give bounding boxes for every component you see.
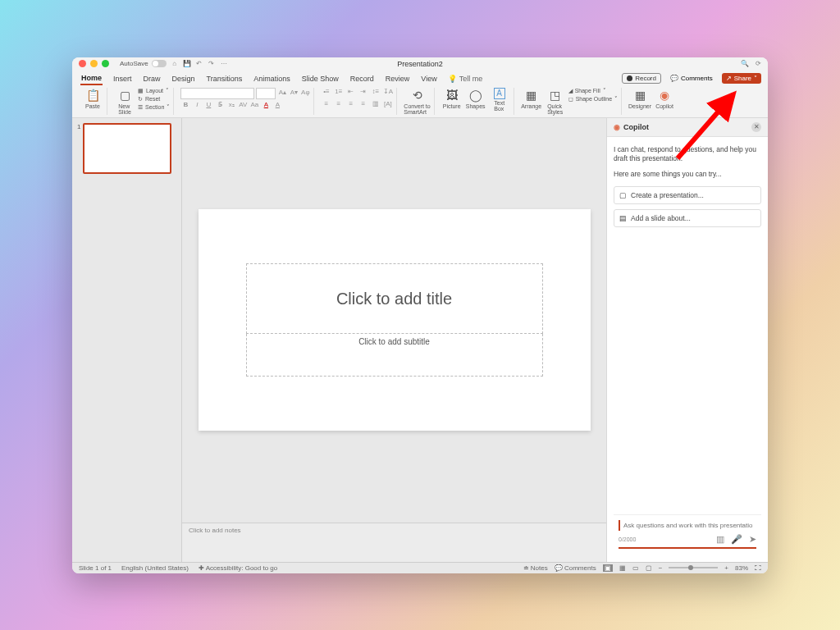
columns-icon[interactable]: ▥ (370, 100, 381, 111)
book-icon[interactable]: ▥ (716, 534, 724, 545)
indent-dec-icon[interactable]: ⇤ (345, 88, 356, 98)
comments-button[interactable]: 💬 Comments (666, 74, 717, 83)
slide-canvas[interactable]: Click to add title Click to add subtitle (199, 209, 591, 431)
indent-inc-icon[interactable]: ⇥ (358, 88, 368, 98)
suggestion-create[interactable]: ▢Create a presentation... (614, 186, 761, 204)
shape-fill-button[interactable]: ◢ Shape Fill ˅ (568, 88, 618, 94)
sorter-view-icon[interactable]: ▦ (619, 564, 626, 572)
subscript-icon[interactable]: x₂ (226, 101, 236, 111)
copilot-button[interactable]: ◉Copilot (654, 88, 675, 109)
tell-me[interactable]: 💡 Tell me (448, 75, 483, 83)
record-button[interactable]: Record (622, 73, 661, 84)
tab-animations[interactable]: Animations (253, 73, 291, 84)
align-right-icon[interactable]: ≡ (345, 100, 356, 111)
copilot-try: Here are some things you can try... (614, 170, 761, 179)
sync-icon[interactable]: ⟳ (756, 60, 761, 67)
tab-transitions[interactable]: Transitions (206, 73, 244, 84)
normal-view-icon[interactable]: ▣ (603, 564, 613, 572)
close-window-icon[interactable] (79, 60, 86, 67)
notes-toggle[interactable]: ≐ Notes (523, 564, 548, 572)
tab-insert[interactable]: Insert (112, 73, 133, 84)
designer-button[interactable]: ▦Designer (628, 88, 651, 109)
highlight-icon[interactable]: AV (238, 101, 248, 111)
textbox-button[interactable]: AText Box (489, 88, 510, 112)
slide-indicator[interactable]: Slide 1 of 1 (79, 564, 112, 572)
copilot-icon: ◉ (656, 88, 673, 103)
maximize-window-icon[interactable] (102, 60, 109, 67)
change-case-icon[interactable]: Aa (249, 101, 259, 111)
home-icon[interactable]: ⌂ (171, 60, 179, 67)
layout-button[interactable]: ▦ Layout ˅ (138, 88, 170, 94)
bold-icon[interactable]: B (180, 101, 190, 111)
zoom-level[interactable]: 83% (735, 564, 748, 572)
comments-toggle[interactable]: 💬 Comments (555, 564, 596, 572)
align-text-icon[interactable]: [A] (382, 100, 393, 111)
share-button[interactable]: ↗ Share ˅ (722, 73, 761, 84)
notes-pane[interactable]: Click to add notes (182, 523, 606, 562)
decrease-font-icon[interactable]: A▾ (289, 89, 299, 98)
suggestion-add-slide[interactable]: ▤Add a slide about... (614, 209, 761, 227)
titlebar: AutoSave ⌂ 💾 ↶ ↷ ⋯ Presentation2 🔍 ⟳ (72, 57, 768, 71)
more-icon[interactable]: ⋯ (220, 60, 228, 67)
quick-styles-button[interactable]: ◳Quick Styles (545, 88, 566, 115)
reset-button[interactable]: ↻ Reset (138, 96, 170, 103)
tab-design[interactable]: Design (171, 73, 196, 84)
strike-icon[interactable]: S̶ (215, 101, 225, 111)
presentation-icon: ▢ (619, 191, 627, 199)
font-color-icon[interactable]: A (261, 101, 271, 111)
bullets-icon[interactable]: •≡ (321, 88, 331, 98)
zoom-in-icon[interactable]: + (724, 564, 728, 572)
char-counter: 0/2000 (619, 536, 636, 542)
save-icon[interactable]: 💾 (183, 60, 191, 67)
redo-icon[interactable]: ↷ (208, 60, 216, 67)
powerpoint-window: AutoSave ⌂ 💾 ↶ ↷ ⋯ Presentation2 🔍 ⟳ Hom… (72, 57, 768, 573)
undo-icon[interactable]: ↶ (195, 60, 203, 67)
send-icon[interactable]: ➤ (749, 534, 756, 545)
copilot-input[interactable] (619, 520, 756, 531)
reading-view-icon[interactable]: ▭ (632, 564, 639, 572)
autosave-toggle[interactable] (152, 60, 167, 67)
italic-icon[interactable]: I (192, 101, 202, 111)
arrange-icon: ▦ (523, 88, 540, 103)
tab-home[interactable]: Home (80, 72, 103, 85)
font-family-select[interactable] (180, 88, 254, 99)
shapes-button[interactable]: ◯Shapes (465, 88, 486, 109)
slide-thumbnail[interactable] (83, 123, 171, 174)
subtitle-placeholder[interactable]: Click to add subtitle (246, 334, 543, 377)
tab-view[interactable]: View (420, 73, 437, 84)
clear-format-icon[interactable]: Aφ (300, 89, 310, 98)
line-spacing-icon[interactable]: ↕≡ (370, 88, 381, 98)
language-indicator[interactable]: English (United States) (121, 564, 189, 572)
convert-smartart-button[interactable]: ⟲Convert to SmartArt (404, 88, 430, 115)
align-left-icon[interactable]: ≡ (321, 100, 331, 111)
tab-record[interactable]: Record (349, 73, 375, 84)
title-placeholder[interactable]: Click to add title (246, 263, 543, 334)
fit-window-icon[interactable]: ⛶ (755, 564, 761, 572)
zoom-out-icon[interactable]: − (659, 564, 663, 572)
section-button[interactable]: ☰ Section ˅ (138, 104, 170, 111)
input-underline (619, 547, 756, 549)
tab-slideshow[interactable]: Slide Show (301, 73, 340, 84)
shape-outline-button[interactable]: ◻ Shape Outline ˅ (568, 96, 618, 103)
increase-font-icon[interactable]: A▴ (277, 89, 287, 98)
numbering-icon[interactable]: 1≡ (333, 88, 344, 98)
justify-icon[interactable]: ≡ (358, 100, 368, 111)
arrange-button[interactable]: ▦Arrange (521, 88, 542, 109)
tab-draw[interactable]: Draw (143, 73, 162, 84)
search-header-icon[interactable]: 🔍 (741, 60, 749, 67)
accessibility-indicator[interactable]: ✚ Accessibility: Good to go (199, 564, 277, 572)
close-pane-icon[interactable]: ✕ (751, 122, 761, 132)
align-center-icon[interactable]: ≡ (333, 100, 344, 111)
text-effects-icon[interactable]: A (272, 101, 282, 111)
text-direction-icon[interactable]: ↧A (382, 88, 393, 98)
slideshow-view-icon[interactable]: ▢ (646, 564, 652, 572)
minimize-window-icon[interactable] (90, 60, 98, 67)
new-slide-button[interactable]: ▢New Slide (114, 88, 135, 115)
picture-button[interactable]: 🖼Picture (441, 88, 463, 109)
tab-review[interactable]: Review (385, 73, 411, 84)
mic-icon[interactable]: 🎤 (731, 534, 742, 545)
font-size-select[interactable] (256, 88, 276, 99)
paste-button[interactable]: 📋Paste (82, 88, 103, 109)
underline-icon[interactable]: U (203, 101, 213, 111)
zoom-slider[interactable] (669, 567, 718, 568)
